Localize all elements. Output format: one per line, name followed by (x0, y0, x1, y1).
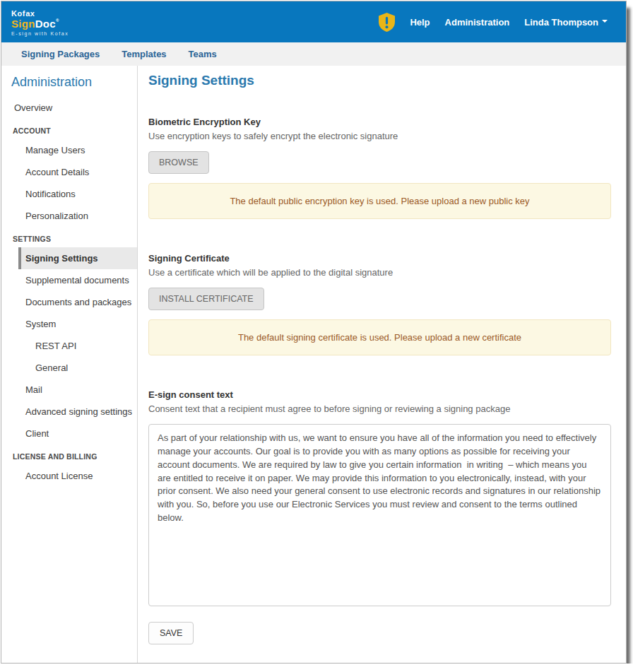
sidebar-item-rest-api[interactable]: REST API (1, 335, 137, 357)
sidebar-item-general[interactable]: General (1, 357, 137, 379)
sidebar-item-advanced-signing-settings[interactable]: Advanced signing settings (1, 401, 137, 423)
consent-description: Consent text that a recipient must agree… (148, 403, 611, 414)
save-button[interactable]: SAVE (148, 622, 194, 644)
biometric-description: Use encryption keys to safely encrypt th… (148, 131, 611, 141)
sidebar-item-client[interactable]: Client (1, 423, 137, 444)
sidebar-item-system[interactable]: System (1, 313, 137, 335)
sidebar-item-account-details[interactable]: Account Details (1, 161, 137, 183)
shield-exclamation-icon[interactable] (379, 13, 395, 32)
chevron-down-icon (602, 20, 608, 23)
logo-kofax: Kofax (11, 10, 69, 18)
consent-text-input[interactable]: As part of your relationship with us, we… (148, 424, 611, 606)
biometric-encryption-section: Biometric Encryption Key Use encryption … (148, 117, 611, 219)
encryption-key-warning-alert: The default public encryption key is use… (148, 183, 611, 219)
browse-button[interactable]: BROWSE (148, 151, 209, 174)
primary-nav: Signing Packages Templates Teams (1, 42, 626, 66)
sidebar-item-notifications[interactable]: Notifications (1, 183, 137, 205)
logo-signdoc: SignDoc® (11, 18, 69, 29)
sidebar-item-personalization[interactable]: Personalization (1, 205, 137, 227)
consent-heading: E-sign consent text (148, 389, 611, 400)
logo-tagline: E-sign with Kofax (11, 31, 69, 36)
administration-link[interactable]: Administration (445, 17, 510, 28)
page-title: Signing Settings (148, 73, 611, 88)
sidebar-title: Administration (1, 73, 137, 97)
page-body: Administration Overview ACCOUNT Manage U… (1, 66, 626, 663)
nav-teams[interactable]: Teams (189, 49, 217, 59)
nav-templates[interactable]: Templates (122, 49, 166, 59)
top-header: Kofax SignDoc® E-sign with Kofax Help Ad… (1, 1, 626, 42)
certificate-description: Use a certificate which will be applied … (148, 267, 611, 278)
trademark-symbol: ® (56, 18, 59, 23)
user-menu[interactable]: Linda Thompson (524, 17, 608, 28)
sidebar-item-manage-users[interactable]: Manage Users (1, 139, 137, 161)
kofax-signdoc-logo: Kofax SignDoc® E-sign with Kofax (11, 8, 69, 36)
install-certificate-button[interactable]: INSTALL CERTIFICATE (148, 288, 264, 310)
header-menu: Help Administration Linda Thompson (379, 13, 608, 32)
nav-signing-packages[interactable]: Signing Packages (21, 49, 100, 59)
certificate-warning-alert: The default signing certificate is used.… (148, 319, 611, 355)
signing-certificate-section: Signing Certificate Use a certificate wh… (148, 253, 611, 355)
biometric-heading: Biometric Encryption Key (148, 117, 611, 127)
sidebar-item-mail[interactable]: Mail (1, 379, 137, 401)
admin-sidebar: Administration Overview ACCOUNT Manage U… (1, 66, 138, 663)
sidebar-section-account: ACCOUNT (1, 119, 137, 139)
app-window: Kofax SignDoc® E-sign with Kofax Help Ad… (1, 1, 627, 664)
main-content: Signing Settings Biometric Encryption Ke… (138, 66, 626, 663)
esign-consent-section: E-sign consent text Consent text that a … (148, 389, 611, 606)
sidebar-item-signing-settings[interactable]: Signing Settings (18, 247, 137, 269)
sidebar-section-license-and-billing: LICENSE AND BILLING (1, 444, 137, 465)
sidebar-item-documents-and-packages[interactable]: Documents and packages (1, 291, 137, 313)
help-link[interactable]: Help (410, 17, 430, 28)
user-name: Linda Thompson (524, 17, 598, 28)
sidebar-section-settings: SETTINGS (1, 227, 137, 247)
sidebar-item-overview[interactable]: Overview (1, 97, 137, 119)
certificate-heading: Signing Certificate (148, 253, 611, 264)
sidebar-item-supplemental-documents[interactable]: Supplemental documents (1, 269, 137, 291)
sidebar-item-account-license[interactable]: Account License (1, 465, 137, 487)
